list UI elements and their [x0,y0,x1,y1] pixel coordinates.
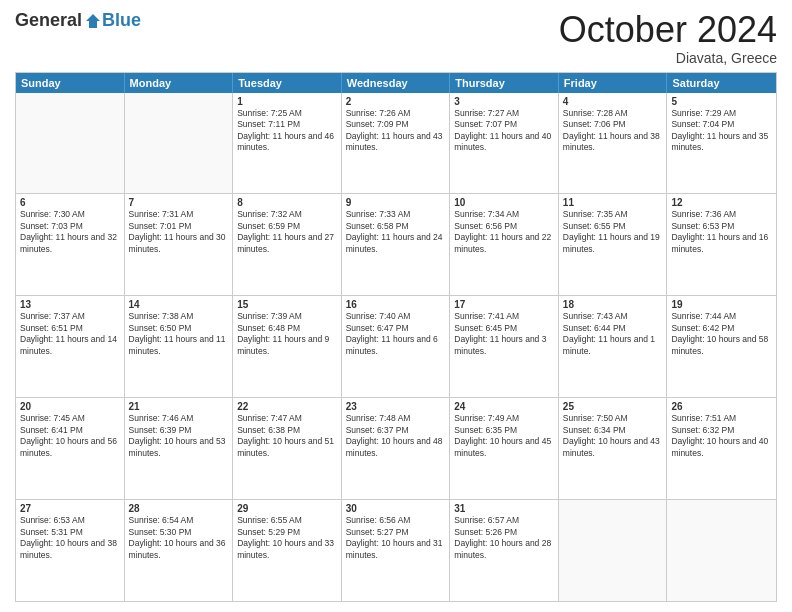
day-number: 26 [671,401,772,412]
day-info: Sunrise: 7:49 AM Sunset: 6:35 PM Dayligh… [454,413,554,459]
calendar-cell: 20Sunrise: 7:45 AM Sunset: 6:41 PM Dayli… [16,398,125,499]
day-info: Sunrise: 7:43 AM Sunset: 6:44 PM Dayligh… [563,311,663,357]
calendar-cell: 22Sunrise: 7:47 AM Sunset: 6:38 PM Dayli… [233,398,342,499]
calendar-row-0: 1Sunrise: 7:25 AM Sunset: 7:11 PM Daylig… [16,93,776,194]
logo-blue-text: Blue [102,10,141,31]
calendar-page: General Blue October 2024 Diavata, Greec… [0,0,792,612]
day-number: 25 [563,401,663,412]
weekday-header-friday: Friday [559,73,668,93]
calendar-row-4: 27Sunrise: 6:53 AM Sunset: 5:31 PM Dayli… [16,499,776,601]
month-title: October 2024 [559,10,777,50]
day-info: Sunrise: 7:51 AM Sunset: 6:32 PM Dayligh… [671,413,772,459]
calendar-cell: 19Sunrise: 7:44 AM Sunset: 6:42 PM Dayli… [667,296,776,397]
day-number: 3 [454,96,554,107]
calendar-cell: 7Sunrise: 7:31 AM Sunset: 7:01 PM Daylig… [125,194,234,295]
calendar-cell: 1Sunrise: 7:25 AM Sunset: 7:11 PM Daylig… [233,93,342,194]
day-info: Sunrise: 7:30 AM Sunset: 7:03 PM Dayligh… [20,209,120,255]
calendar-cell [16,93,125,194]
day-number: 2 [346,96,446,107]
day-number: 1 [237,96,337,107]
day-info: Sunrise: 7:27 AM Sunset: 7:07 PM Dayligh… [454,108,554,154]
day-number: 7 [129,197,229,208]
logo-icon [84,12,102,30]
calendar-cell: 6Sunrise: 7:30 AM Sunset: 7:03 PM Daylig… [16,194,125,295]
day-number: 17 [454,299,554,310]
day-info: Sunrise: 7:41 AM Sunset: 6:45 PM Dayligh… [454,311,554,357]
weekday-header-saturday: Saturday [667,73,776,93]
title-area: October 2024 Diavata, Greece [559,10,777,66]
day-number: 21 [129,401,229,412]
day-number: 23 [346,401,446,412]
calendar-row-3: 20Sunrise: 7:45 AM Sunset: 6:41 PM Dayli… [16,397,776,499]
day-info: Sunrise: 7:37 AM Sunset: 6:51 PM Dayligh… [20,311,120,357]
calendar-cell: 24Sunrise: 7:49 AM Sunset: 6:35 PM Dayli… [450,398,559,499]
day-info: Sunrise: 7:46 AM Sunset: 6:39 PM Dayligh… [129,413,229,459]
logo-general-text: General [15,10,82,31]
day-info: Sunrise: 7:25 AM Sunset: 7:11 PM Dayligh… [237,108,337,154]
day-info: Sunrise: 7:39 AM Sunset: 6:48 PM Dayligh… [237,311,337,357]
weekday-header-sunday: Sunday [16,73,125,93]
day-number: 28 [129,503,229,514]
calendar-cell: 21Sunrise: 7:46 AM Sunset: 6:39 PM Dayli… [125,398,234,499]
calendar-cell: 25Sunrise: 7:50 AM Sunset: 6:34 PM Dayli… [559,398,668,499]
day-info: Sunrise: 6:57 AM Sunset: 5:26 PM Dayligh… [454,515,554,561]
calendar-cell: 23Sunrise: 7:48 AM Sunset: 6:37 PM Dayli… [342,398,451,499]
calendar-row-1: 6Sunrise: 7:30 AM Sunset: 7:03 PM Daylig… [16,193,776,295]
calendar-cell: 16Sunrise: 7:40 AM Sunset: 6:47 PM Dayli… [342,296,451,397]
day-number: 8 [237,197,337,208]
weekday-header-thursday: Thursday [450,73,559,93]
day-number: 5 [671,96,772,107]
calendar-body: 1Sunrise: 7:25 AM Sunset: 7:11 PM Daylig… [16,93,776,601]
day-info: Sunrise: 7:26 AM Sunset: 7:09 PM Dayligh… [346,108,446,154]
calendar-cell: 9Sunrise: 7:33 AM Sunset: 6:58 PM Daylig… [342,194,451,295]
calendar-cell [125,93,234,194]
weekday-header-tuesday: Tuesday [233,73,342,93]
calendar-cell: 14Sunrise: 7:38 AM Sunset: 6:50 PM Dayli… [125,296,234,397]
calendar-cell: 10Sunrise: 7:34 AM Sunset: 6:56 PM Dayli… [450,194,559,295]
day-info: Sunrise: 7:40 AM Sunset: 6:47 PM Dayligh… [346,311,446,357]
day-number: 9 [346,197,446,208]
day-number: 14 [129,299,229,310]
day-info: Sunrise: 6:53 AM Sunset: 5:31 PM Dayligh… [20,515,120,561]
page-header: General Blue October 2024 Diavata, Greec… [15,10,777,66]
calendar-cell: 29Sunrise: 6:55 AM Sunset: 5:29 PM Dayli… [233,500,342,601]
day-info: Sunrise: 7:28 AM Sunset: 7:06 PM Dayligh… [563,108,663,154]
svg-marker-0 [86,14,100,28]
day-number: 18 [563,299,663,310]
weekday-header-monday: Monday [125,73,234,93]
calendar-cell: 5Sunrise: 7:29 AM Sunset: 7:04 PM Daylig… [667,93,776,194]
calendar-cell: 13Sunrise: 7:37 AM Sunset: 6:51 PM Dayli… [16,296,125,397]
day-info: Sunrise: 7:47 AM Sunset: 6:38 PM Dayligh… [237,413,337,459]
day-number: 29 [237,503,337,514]
day-number: 6 [20,197,120,208]
calendar-cell: 3Sunrise: 7:27 AM Sunset: 7:07 PM Daylig… [450,93,559,194]
calendar-cell: 30Sunrise: 6:56 AM Sunset: 5:27 PM Dayli… [342,500,451,601]
calendar-cell: 11Sunrise: 7:35 AM Sunset: 6:55 PM Dayli… [559,194,668,295]
calendar-cell: 12Sunrise: 7:36 AM Sunset: 6:53 PM Dayli… [667,194,776,295]
day-number: 24 [454,401,554,412]
day-number: 22 [237,401,337,412]
day-info: Sunrise: 7:50 AM Sunset: 6:34 PM Dayligh… [563,413,663,459]
day-number: 13 [20,299,120,310]
day-number: 10 [454,197,554,208]
day-number: 15 [237,299,337,310]
calendar-cell: 26Sunrise: 7:51 AM Sunset: 6:32 PM Dayli… [667,398,776,499]
day-number: 4 [563,96,663,107]
day-info: Sunrise: 7:34 AM Sunset: 6:56 PM Dayligh… [454,209,554,255]
day-info: Sunrise: 7:36 AM Sunset: 6:53 PM Dayligh… [671,209,772,255]
day-number: 11 [563,197,663,208]
logo: General Blue [15,10,141,31]
calendar-cell: 31Sunrise: 6:57 AM Sunset: 5:26 PM Dayli… [450,500,559,601]
day-number: 12 [671,197,772,208]
calendar-cell: 4Sunrise: 7:28 AM Sunset: 7:06 PM Daylig… [559,93,668,194]
day-info: Sunrise: 7:33 AM Sunset: 6:58 PM Dayligh… [346,209,446,255]
day-info: Sunrise: 7:32 AM Sunset: 6:59 PM Dayligh… [237,209,337,255]
calendar-cell: 17Sunrise: 7:41 AM Sunset: 6:45 PM Dayli… [450,296,559,397]
day-info: Sunrise: 7:31 AM Sunset: 7:01 PM Dayligh… [129,209,229,255]
day-info: Sunrise: 7:29 AM Sunset: 7:04 PM Dayligh… [671,108,772,154]
day-number: 16 [346,299,446,310]
day-info: Sunrise: 7:48 AM Sunset: 6:37 PM Dayligh… [346,413,446,459]
day-info: Sunrise: 7:35 AM Sunset: 6:55 PM Dayligh… [563,209,663,255]
calendar-cell: 27Sunrise: 6:53 AM Sunset: 5:31 PM Dayli… [16,500,125,601]
day-number: 31 [454,503,554,514]
